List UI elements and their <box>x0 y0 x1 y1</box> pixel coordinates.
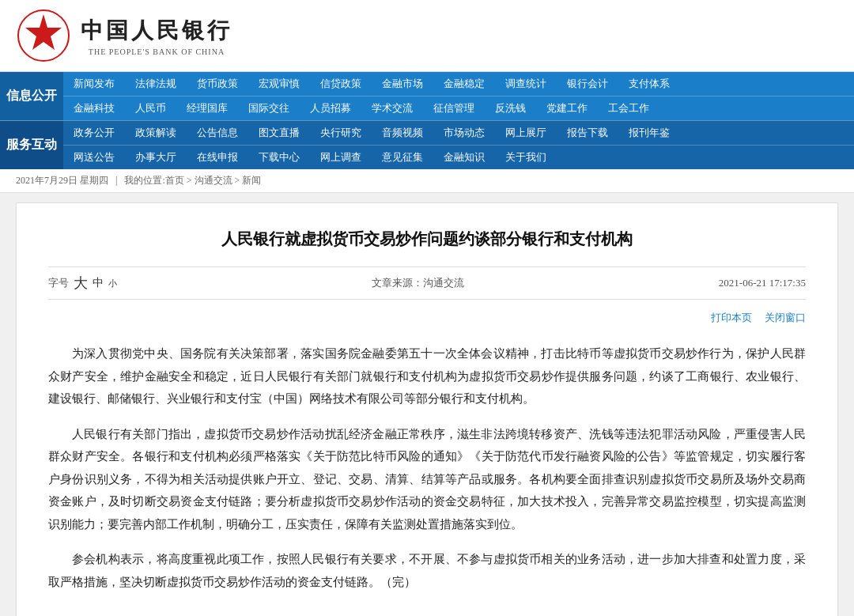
nav-item-xinwen[interactable]: 新闻发布 <box>63 72 125 96</box>
nav-item-zhengce-jiedu[interactable]: 政策解读 <box>125 121 187 145</box>
nav-item-renyuan[interactable]: 人员招募 <box>300 96 361 120</box>
nav-item-xiazai-zhongxin[interactable]: 下载中心 <box>248 145 310 169</box>
nav-item-banshi-dating[interactable]: 办事大厅 <box>125 145 187 169</box>
nav-item-zhifu-tixi[interactable]: 支付体系 <box>618 72 680 96</box>
nav-item-zhengwu[interactable]: 政务公开 <box>63 121 125 145</box>
print-page-link[interactable]: 打印本页 <box>711 311 752 325</box>
nav-item-baogao-xiazai[interactable]: 报告下载 <box>557 121 618 145</box>
nav-section-label-service: 服务互动 <box>6 137 57 153</box>
nav-item-diaocha[interactable]: 调查统计 <box>495 72 557 96</box>
nav-item-hongguan[interactable]: 宏观审慎 <box>248 72 310 96</box>
nav-row-1: 新闻发布 法律法规 货币政策 宏观审慎 信贷政策 金融市场 金融稳定 调查统计 … <box>63 72 854 96</box>
nav-item-fanxiqian[interactable]: 反洗钱 <box>485 96 536 120</box>
font-size-controls: 字号 大 中 小 <box>48 274 117 293</box>
article-paragraph-3: 参会机构表示，将高度重视此项工作，按照人民银行有关要求，不开展、不参与虚拟货币相… <box>48 548 806 593</box>
nav-item-yinhang-kuaiji[interactable]: 银行会计 <box>557 72 618 96</box>
nav-item-zaixian-shenbao[interactable]: 在线申报 <box>187 145 248 169</box>
nav-row-2: 金融科技 人民币 经理国库 国际交往 人员招募 学术交流 征信管理 反洗钱 党建… <box>63 96 854 120</box>
nav-item-jinrong-wending[interactable]: 金融稳定 <box>433 72 495 96</box>
nav-item-renminbi[interactable]: 人民币 <box>125 96 176 120</box>
breadcrumb-bar: 2021年7月29日 星期四 | 我的位置:首页 > 沟通交流 > 新闻 <box>0 169 854 193</box>
nav-item-xindai[interactable]: 信贷政策 <box>310 72 372 96</box>
nav-item-jinrong-zhishi[interactable]: 金融知识 <box>433 145 495 169</box>
font-size-small-btn[interactable]: 小 <box>108 278 117 289</box>
article-paragraph-1: 为深入贯彻党中央、国务院有关决策部署，落实国务院金融委第五十一次全体会议精神，打… <box>48 342 806 410</box>
logo-text: 中国人民银行 THE PEOPLE'S BANK OF CHINA <box>81 16 232 56</box>
nav-item-gonghui[interactable]: 工会工作 <box>598 96 659 120</box>
font-size-medium-btn[interactable]: 中 <box>93 276 104 290</box>
nav-row-3: 政务公开 政策解读 公告信息 图文直播 央行研究 音频视频 市场动态 网上展厅 … <box>63 121 854 145</box>
article-paragraph-2: 人民银行有关部门指出，虚拟货币交易炒作活动扰乱经济金融正常秩序，滋生非法跨境转移… <box>48 423 806 536</box>
article-container: 人民银行就虚拟货币交易炒作问题约谈部分银行和支付机构 字号 大 中 小 文章来源… <box>16 202 838 616</box>
nav-item-jinrong-keji[interactable]: 金融科技 <box>63 96 125 120</box>
nav-item-guoji[interactable]: 国际交往 <box>238 96 300 120</box>
nav-item-jinrong-shichang[interactable]: 金融市场 <box>372 72 433 96</box>
nav-item-yijian[interactable]: 意见征集 <box>372 145 433 169</box>
nav-item-diaocha[interactable]: 网上调查 <box>310 145 372 169</box>
nav-row-4: 网送公告 办事大厅 在线申报 下载中心 网上调查 意见征集 金融知识 关于我们 <box>63 145 854 169</box>
font-size-label: 字号 <box>48 276 69 290</box>
nav-item-tuwenzhibao[interactable]: 图文直播 <box>248 121 310 145</box>
article-title: 人民银行就虚拟货币交易炒作问题约谈部分银行和支付机构 <box>48 227 806 251</box>
nav-item-guoku[interactable]: 经理国库 <box>176 96 238 120</box>
nav-item-yanghang-yanjiu[interactable]: 央行研究 <box>310 121 372 145</box>
close-window-link[interactable]: 关闭窗口 <box>765 311 806 325</box>
nav-item-zhengxin[interactable]: 征信管理 <box>423 96 485 120</box>
page-header: 中国人民银行 THE PEOPLE'S BANK OF CHINA <box>0 0 854 72</box>
nav-item-yinpin[interactable]: 音频视频 <box>372 121 433 145</box>
article-actions: 打印本页 关闭窗口 <box>48 306 806 330</box>
nav-item-falv[interactable]: 法律法规 <box>125 72 187 96</box>
nav-item-huobi[interactable]: 货币政策 <box>187 72 248 96</box>
article-datetime: 2021-06-21 17:17:35 <box>719 277 806 289</box>
svg-point-2 <box>37 29 50 42</box>
nav-item-xueshu[interactable]: 学术交流 <box>361 96 423 120</box>
pboc-logo-icon <box>16 8 71 63</box>
nav-item-dangjiangongzuo[interactable]: 党建工作 <box>536 96 598 120</box>
logo-cn-text: 中国人民银行 <box>81 16 232 46</box>
nav-item-gonggao[interactable]: 公告信息 <box>187 121 248 145</box>
nav-item-baokan-nianjian[interactable]: 报刊年鉴 <box>618 121 680 145</box>
nav-item-wangshang-zhantig[interactable]: 网上展厅 <box>495 121 557 145</box>
article-source: 文章来源：沟通交流 <box>372 276 464 290</box>
font-size-large-btn[interactable]: 大 <box>74 274 88 293</box>
breadcrumb-date: 2021年7月29日 星期四 <box>16 175 108 186</box>
nav-item-guanyu[interactable]: 关于我们 <box>495 145 557 169</box>
breadcrumb-location: 我的位置:首页 > 沟通交流 > 新闻 <box>124 175 261 186</box>
nav-item-wangsong[interactable]: 网送公告 <box>63 145 125 169</box>
nav-section-label-info: 信息公开 <box>6 88 57 104</box>
nav-item-shichang-dongtai[interactable]: 市场动态 <box>433 121 495 145</box>
logo-area: 中国人民银行 THE PEOPLE'S BANK OF CHINA <box>16 8 232 63</box>
article-meta: 字号 大 中 小 文章来源：沟通交流 2021-06-21 17:17:35 <box>48 266 806 300</box>
logo-en-text: THE PEOPLE'S BANK OF CHINA <box>89 47 225 56</box>
main-nav: 信息公开 新闻发布 法律法规 货币政策 宏观审慎 信贷政策 金融市场 金融稳定 … <box>0 72 854 169</box>
article-body: 为深入贯彻党中央、国务院有关决策部署，落实国务院金融委第五十一次全体会议精神，打… <box>48 342 806 593</box>
